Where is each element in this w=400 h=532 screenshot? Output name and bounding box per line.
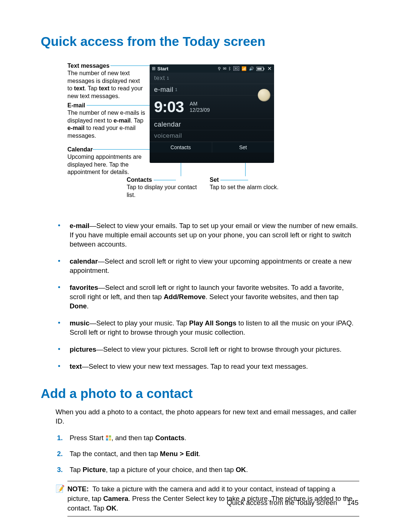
phone-row-calendar: calendar (150, 119, 274, 130)
callout-set: Set Tap to set the alarm clock. (210, 176, 306, 191)
start-icon (106, 435, 111, 441)
callout-contacts: Contacts Tap to display your contact lis… (127, 176, 201, 199)
phone-row-voicemail: voicemail (150, 130, 274, 142)
bullet-pictures: pictures—Select to view your pictures. S… (56, 345, 359, 354)
svg-rect-1 (263, 68, 264, 70)
bullet-favorites: favorites—Select and scroll left or righ… (56, 283, 359, 311)
step-2: Tap the contact, and then tap Menu > Edi… (56, 449, 359, 459)
page-number: 145 (347, 499, 359, 506)
phone-date: 12/23/09 (190, 107, 210, 114)
speaker-icon: 🔊 (249, 66, 254, 71)
today-screen-figure: Text messages The number of new text mes… (67, 62, 359, 214)
bluetooth-icon: ᛒ (229, 66, 231, 71)
bullet-email: e-mail—Select to view your emails. Tap t… (56, 221, 359, 249)
callout-email: E-mail The number of new e-mails is disp… (67, 102, 145, 140)
callout-text-messages: Text messages The number of new text mes… (67, 62, 145, 100)
softkey-set: Set (212, 142, 274, 153)
callout-calendar: Calendar Upcoming appointments are displ… (67, 146, 145, 176)
close-icon: ✕ (267, 66, 272, 71)
status-icons: ⚲ ✉ ᛒ 3G 📶 🔊 ✕ (218, 66, 272, 71)
battery-icon (256, 66, 265, 71)
phone-softkey-bar: Contacts Set (150, 142, 274, 153)
step-3: Tap Picture, tap a picture of your choic… (56, 465, 359, 475)
threeg-icon: 3G (233, 66, 239, 71)
step-1: Press Start , and then tap Contacts. (56, 434, 359, 443)
phone-time: 9:03 (154, 98, 184, 116)
phone-row-text: text1 (150, 73, 274, 84)
phone-ampm: AM (190, 101, 210, 107)
note-icon: 📝 (56, 484, 65, 494)
windows-flag-icon: ⊞ (152, 66, 156, 71)
start-label: Start (157, 66, 169, 71)
bullet-text: text—Select to view your new text messag… (56, 362, 359, 371)
bullet-calendar: calendar—Select and scroll left or right… (56, 257, 359, 275)
bullet-music: music—Select to play your music. Tap Pla… (56, 319, 359, 337)
voicemail-icon: ⚲ (218, 66, 221, 71)
phone-status-bar: ⊞ Start ⚲ ✉ ᛒ 3G 📶 🔊 ✕ (150, 64, 274, 73)
envelope-icon: ✉ (223, 66, 226, 71)
heading-add-photo: Add a photo to a contact (41, 386, 359, 401)
page-footer: Quick access from the Today screen 145 (227, 499, 359, 507)
add-photo-intro: When you add a photo to a contact, the p… (56, 408, 359, 426)
heading-quick-access: Quick access from the Today screen (41, 34, 359, 49)
phone-today-screen: ⊞ Start ⚲ ✉ ᛒ 3G 📶 🔊 ✕ text1 (150, 64, 274, 163)
signal-icon: 📶 (241, 66, 247, 71)
phone-row-email: e-mail1 (150, 84, 274, 96)
footer-text: Quick access from the Today screen (227, 499, 337, 506)
phone-clock-row: 9:03 AM 12/23/09 (150, 96, 274, 119)
softkey-contacts: Contacts (150, 142, 212, 153)
analog-clock-icon (258, 89, 270, 101)
svg-rect-2 (257, 68, 261, 70)
